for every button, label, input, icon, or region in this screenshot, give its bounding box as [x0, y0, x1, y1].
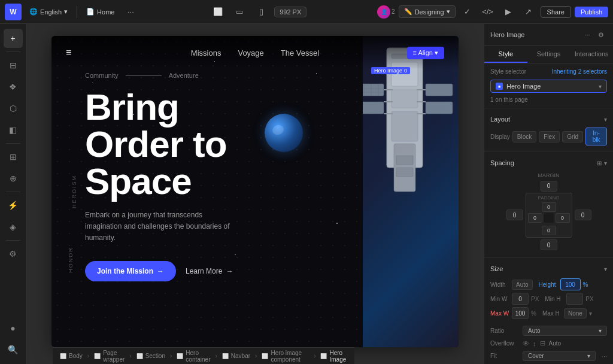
- ecommerce-icon[interactable]: ⊕: [4, 169, 23, 188]
- bc-sep-4: ›: [215, 353, 217, 359]
- min-h-input[interactable]: [566, 293, 583, 305]
- join-mission-btn[interactable]: Join the Mission →: [85, 261, 176, 281]
- left-sidebar: + ⊟ ❖ ⬡ ◧ ⊞ ⊕ ⚡ ◈ ⚙ ● 🔍: [0, 24, 26, 364]
- max-h-value[interactable]: None: [564, 308, 587, 318]
- sidebar-separator-3: [6, 192, 20, 192]
- preview-icon[interactable]: ▶: [500, 4, 517, 20]
- overflow-row: Overflow 👁 ↕ ⊟ Auto: [484, 338, 613, 349]
- margin-right-input[interactable]: [575, 210, 591, 220]
- code-icon[interactable]: </>: [480, 4, 496, 20]
- missions-link[interactable]: Missions: [191, 48, 221, 57]
- search-icon[interactable]: 🔍: [4, 340, 23, 359]
- margin-bottom-input[interactable]: [541, 239, 557, 250]
- accessibility-icon[interactable]: ●: [4, 318, 23, 338]
- bc-hero-image[interactable]: ⬜ Hero Image: [318, 348, 350, 364]
- width-value[interactable]: Auto: [512, 280, 533, 290]
- earth-graphic: [265, 114, 303, 152]
- pill-icon: ■: [496, 83, 503, 90]
- panel-more-btn[interactable]: ···: [581, 29, 593, 41]
- layout-section-header[interactable]: Layout ▾: [484, 113, 613, 126]
- height-input[interactable]: [560, 278, 581, 290]
- display-grid-btn[interactable]: Grid: [562, 131, 583, 142]
- add-icon[interactable]: +: [4, 29, 23, 48]
- display-inblk-btn[interactable]: In-blk: [585, 128, 607, 145]
- cms-icon[interactable]: ⊞: [4, 147, 23, 166]
- hero-subtitle: Embark on a journey that transcends imag…: [73, 210, 241, 244]
- learn-more-btn[interactable]: Learn More →: [186, 267, 233, 275]
- size-grid: Width Auto Height % Min W PX Min H PX: [484, 276, 613, 324]
- interactions-icon[interactable]: ⚡: [4, 196, 23, 215]
- voyage-link[interactable]: Voyage: [238, 48, 263, 57]
- bc-page-wrapper[interactable]: ⬜ Page wrapper: [92, 348, 127, 364]
- bc-hero-container[interactable]: ⬜ Hero container: [174, 348, 213, 364]
- padding-left-input[interactable]: [528, 213, 542, 223]
- panel-settings-btn[interactable]: ⚙: [595, 29, 607, 41]
- canvas-viewport[interactable]: Heroism Honor Community Adventure Bring …: [26, 24, 484, 364]
- selected-count: 0: [404, 68, 407, 74]
- spacing-icon: ⊞: [597, 160, 602, 166]
- plugins-icon[interactable]: ◈: [4, 217, 23, 236]
- bc-navbar[interactable]: ⬜ Navbar: [220, 351, 253, 360]
- min-w-input[interactable]: [512, 293, 529, 305]
- style-selector-pill[interactable]: ■ Hero Image ▾: [490, 80, 607, 93]
- max-w-input[interactable]: [512, 307, 529, 319]
- padding-top-input[interactable]: [542, 202, 556, 212]
- bc-section[interactable]: ⬜ Section: [134, 351, 168, 360]
- publish-btn[interactable]: Publish: [575, 7, 608, 17]
- settings-icon[interactable]: ⚙: [4, 244, 23, 263]
- overflow-scroll-icon[interactable]: ↕: [533, 340, 536, 347]
- size-section-header[interactable]: Size ▾: [484, 263, 613, 276]
- svg-rect-2: [363, 102, 384, 114]
- separator-1: [77, 6, 77, 18]
- fit-value[interactable]: Cover ▾: [523, 351, 596, 361]
- display-flex-btn[interactable]: Flex: [539, 131, 560, 142]
- check-icon[interactable]: ✓: [459, 4, 476, 20]
- fit-label: Fit: [490, 353, 519, 359]
- overflow-eye-icon[interactable]: 👁: [523, 340, 529, 347]
- pages-icon[interactable]: ◧: [4, 120, 23, 139]
- display-block-btn[interactable]: Block: [512, 131, 536, 142]
- frame-icon[interactable]: ⬜: [210, 4, 226, 20]
- padding-center: [544, 213, 554, 223]
- share-icon[interactable]: ↗: [520, 4, 537, 20]
- section-icon: ⬜: [136, 353, 143, 359]
- community-text: Community: [85, 72, 119, 79]
- margin-left-input[interactable]: [506, 210, 523, 220]
- components-icon[interactable]: ❖: [4, 77, 23, 96]
- margin-top-input[interactable]: [541, 181, 557, 192]
- svg-rect-1: [363, 84, 384, 96]
- more-btn[interactable]: ···: [122, 4, 139, 20]
- spacing-section-title: Spacing: [490, 159, 514, 166]
- language-selector[interactable]: 🌐 English ▾: [25, 6, 72, 17]
- home-btn[interactable]: 📄 Home: [82, 6, 119, 17]
- tab-settings[interactable]: Settings: [527, 46, 570, 63]
- bc-hero-image-component[interactable]: ⬜ Hero image component: [259, 348, 311, 364]
- overflow-auto-label[interactable]: Auto: [549, 340, 562, 347]
- bc-body[interactable]: ⬜ Body: [57, 351, 85, 360]
- min-h-unit: PX: [585, 296, 593, 302]
- layers-icon[interactable]: ⊟: [4, 56, 23, 75]
- mobile-icon[interactable]: ▯: [253, 4, 269, 20]
- ratio-value[interactable]: Auto ▾: [523, 326, 607, 336]
- style-selector-row: Style selector Inheriting 2 selectors: [484, 63, 613, 80]
- tab-style[interactable]: Style: [484, 46, 527, 63]
- hamburger-menu[interactable]: ≡: [66, 47, 71, 58]
- assets-icon[interactable]: ⬡: [4, 99, 23, 118]
- padding-right-input[interactable]: [556, 213, 570, 223]
- webflow-logo[interactable]: W: [5, 4, 22, 20]
- tablet-icon[interactable]: ▭: [231, 4, 248, 20]
- design-mode-btn[interactable]: ✏️ Designing ▾: [399, 5, 456, 18]
- the-vessel-link[interactable]: The Vessel: [281, 48, 319, 57]
- overflow-clip-icon[interactable]: ⊟: [540, 339, 545, 347]
- padding-bottom-input[interactable]: [542, 226, 556, 235]
- align-btn[interactable]: ≡ Align ▾: [407, 47, 444, 59]
- inheriting-text[interactable]: Inheriting 2 selectors: [552, 68, 607, 75]
- margin-top-row: [490, 180, 607, 192]
- spacing-section-header[interactable]: Spacing ⊞ ▾: [484, 157, 613, 170]
- share-btn[interactable]: Share: [541, 6, 571, 18]
- margin-bottom-row: [490, 239, 607, 251]
- user-avatar[interactable]: 👤: [377, 5, 390, 19]
- tab-interactions[interactable]: Interactions: [570, 46, 613, 63]
- max-w-label: Max W: [490, 310, 509, 317]
- fit-more-icon[interactable]: ···: [602, 353, 607, 360]
